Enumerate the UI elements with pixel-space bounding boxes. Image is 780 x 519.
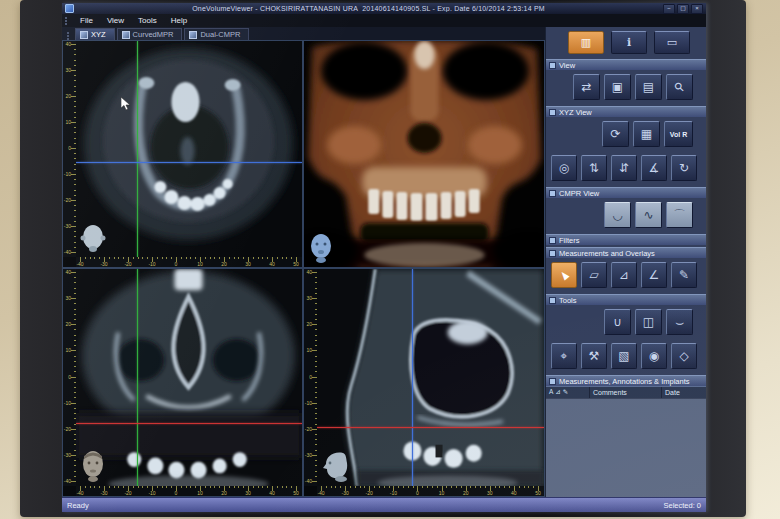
section-header-measurements-and-overlays[interactable]: Measurements and Overlays <box>546 247 706 258</box>
render-mode-icon[interactable]: ▥ <box>568 31 604 54</box>
axial-slice-image[interactable] <box>76 41 302 257</box>
patient-info-icon[interactable]: ℹ <box>611 31 647 54</box>
coronal-horizontal-ruler: -40-30-20-1001020304050 <box>76 486 302 496</box>
collapse-icon[interactable] <box>549 378 556 385</box>
slice-interval-icon[interactable]: ⇅ <box>581 155 607 181</box>
crop-box-icon[interactable]: ▧ <box>611 343 637 369</box>
section-header-cmpr-view[interactable]: CMPR View <box>546 187 706 198</box>
column-comments[interactable]: Comments <box>590 387 662 398</box>
sagittal-slice-image[interactable] <box>317 269 544 486</box>
ruler-icon[interactable]: ⊿ <box>611 262 637 288</box>
angle-icon[interactable]: ∠ <box>641 262 667 288</box>
collapse-icon[interactable] <box>549 190 556 197</box>
tooth-icon[interactable]: ◫ <box>635 309 662 335</box>
axial-crosshair-horizontal[interactable] <box>76 162 302 163</box>
implant-icon[interactable]: ⌖ <box>551 343 577 369</box>
menu-help[interactable]: Help <box>164 16 194 25</box>
coronal-crosshair-horizontal[interactable] <box>76 423 302 424</box>
sagittal-crosshair-horizontal[interactable] <box>317 427 544 428</box>
axis-layout-icon[interactable]: ◎ <box>551 155 577 181</box>
section-title: Tools <box>559 296 577 305</box>
annotation-tools-icons[interactable]: A⊿✎ <box>546 387 590 398</box>
status-bar: Ready Selected: 0 <box>62 497 706 512</box>
restore-icon[interactable]: ▢ <box>677 4 689 14</box>
quadrant-coronal[interactable]: 403020100-10-20-30-40 -40-30-20-10010203… <box>63 269 302 496</box>
camera-icon[interactable]: ◉ <box>641 343 667 369</box>
coronal-crosshair-vertical[interactable] <box>137 269 138 486</box>
section-header-view[interactable]: View <box>546 59 706 70</box>
layout-switch-icon[interactable]: ⇄ <box>573 74 600 100</box>
section-header-measurements-annotations-implants[interactable]: Measurements, Annotations & Implants <box>546 375 706 386</box>
section-header-xyz-view[interactable]: XYZ View <box>546 106 706 117</box>
section-title: View <box>559 61 575 70</box>
rotate-volume-icon[interactable]: ⟳ <box>602 121 629 147</box>
implant-icon: ⌖ <box>561 350 568 362</box>
sagittal-vertical-ruler: 403020100-10-20-30-40 <box>304 269 317 486</box>
section-header-tools[interactable]: Tools <box>546 294 706 305</box>
annotations-table-body[interactable] <box>546 398 706 497</box>
curve-arc-icon[interactable]: ◡ <box>604 202 631 228</box>
report-view-icon[interactable]: ▤ <box>635 74 662 100</box>
tab-bar: XYZCurvedMPRDual-CMPR <box>62 27 547 40</box>
arch-curve-icon: ∪ <box>613 316 622 328</box>
tab-dual-cmpr[interactable]: Dual-CMPR <box>184 28 249 40</box>
capture-icon: ▭ <box>667 37 677 48</box>
tab-curvedmpr[interactable]: CurvedMPR <box>117 28 183 40</box>
quadrant-3d-volume[interactable] <box>304 41 544 267</box>
jaw-icon[interactable]: ⌣ <box>666 309 693 335</box>
volume-3d-render-image[interactable] <box>304 41 544 267</box>
coronal-slice-image[interactable] <box>76 269 302 486</box>
minimize-icon[interactable]: − <box>663 4 675 14</box>
report-view-icon: ▤ <box>643 81 654 93</box>
vol-r-button[interactable]: Vol R <box>664 121 693 147</box>
multi-select-icon[interactable]: ▱ <box>581 262 607 288</box>
curve-flat-icon[interactable]: ⌒ <box>666 202 693 228</box>
slice-image-icon: ▦ <box>641 128 652 140</box>
tab-xyz[interactable]: XYZ <box>75 28 115 40</box>
app-window: OneVolumeViewer - CHOKSIRIRATTANASIN URA… <box>62 3 706 512</box>
collapse-icon[interactable] <box>549 250 556 257</box>
section-header-filters[interactable]: Filters <box>546 234 706 245</box>
arch-curve-icon[interactable]: ∪ <box>604 309 631 335</box>
quadrant-sagittal[interactable]: 403020100-10-20-30-40 -40-30-20-10010203… <box>304 269 544 496</box>
cube-icon[interactable]: ◇ <box>671 343 697 369</box>
button-row: ⌖⚒▧◉◇ <box>546 339 706 373</box>
menu-tools[interactable]: Tools <box>131 16 164 25</box>
column-date[interactable]: Date <box>662 387 706 398</box>
annotation-icon[interactable]: ✎ <box>671 262 697 288</box>
tab-label: Dual-CMPR <box>200 30 240 39</box>
menu-file[interactable]: File <box>73 16 100 25</box>
curve-s-icon: ∿ <box>643 209 653 221</box>
curve-s-icon[interactable]: ∿ <box>635 202 662 228</box>
toolbar-grip <box>65 17 69 25</box>
select-arrow-icon[interactable]: ▲ <box>551 262 577 288</box>
free-rotate-icon[interactable]: ∡ <box>641 155 667 181</box>
axial-horizontal-ruler: -40-30-20-1001020304050 <box>76 257 302 267</box>
capture-icon[interactable]: ▭ <box>654 31 690 54</box>
sagittal-crosshair-vertical[interactable] <box>412 269 413 486</box>
title-bar: OneVolumeViewer - CHOKSIRIRATTANASIN URA… <box>62 3 706 14</box>
close-icon[interactable]: × <box>691 4 703 14</box>
status-ready: Ready <box>67 501 89 510</box>
menu-view[interactable]: View <box>100 16 131 25</box>
coronal-vertical-ruler: 403020100-10-20-30-40 <box>63 269 76 486</box>
zoom-icon: ⚲ <box>672 80 687 95</box>
drill-icon[interactable]: ⚒ <box>581 343 607 369</box>
slice-image-icon[interactable]: ▦ <box>633 121 660 147</box>
collapse-icon[interactable] <box>549 62 556 69</box>
slice-position-icon[interactable]: ⇵ <box>611 155 637 181</box>
collapse-icon[interactable] <box>549 237 556 244</box>
annotate-a-icon: A <box>549 389 553 396</box>
collapse-icon[interactable] <box>549 297 556 304</box>
layout-switch-icon: ⇄ <box>581 81 591 93</box>
quadrant-axial[interactable]: 403020100-10-20-30-40 -40-30-20-10010203… <box>63 41 302 267</box>
tabbar-grip <box>67 32 71 40</box>
collapse-icon[interactable] <box>549 109 556 116</box>
axial-crosshair-vertical[interactable] <box>137 41 138 257</box>
zoom-icon[interactable]: ⚲ <box>666 74 693 100</box>
rotate-3d-icon[interactable]: ↻ <box>671 155 697 181</box>
image-view-icon[interactable]: ▣ <box>604 74 631 100</box>
drill-icon: ⚒ <box>589 350 600 362</box>
button-row: ∪◫⌣ <box>546 305 706 339</box>
ruler-icon: ⊿ <box>619 269 629 281</box>
